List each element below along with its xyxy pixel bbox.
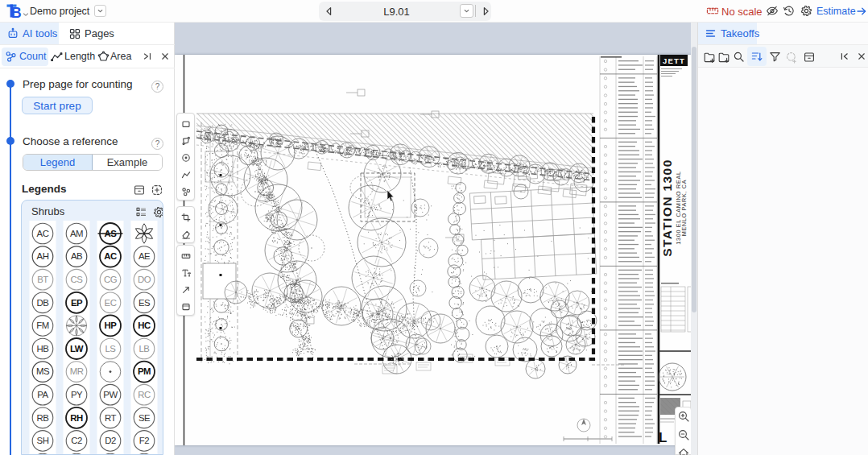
svg-text:RT: RT: [105, 413, 117, 423]
svg-text:AH: AH: [37, 251, 49, 261]
svg-text:AC: AC: [37, 229, 49, 238]
svg-text:DO: DO: [138, 275, 151, 284]
svg-text:D2: D2: [105, 436, 116, 445]
svg-text:SE: SE: [138, 413, 151, 423]
svg-text:JETT: JETT: [663, 56, 685, 65]
svg-text:HC: HC: [138, 321, 151, 330]
svg-text:EC: EC: [105, 298, 117, 308]
svg-text:RB: RB: [37, 413, 49, 423]
svg-text:HP: HP: [105, 321, 118, 330]
svg-text:ES: ES: [138, 298, 151, 308]
svg-text:B: B: [11, 5, 22, 21]
svg-text:PW: PW: [103, 390, 118, 399]
svg-text:LB: LB: [139, 344, 150, 354]
svg-text:MS: MS: [36, 366, 50, 376]
svg-text:F2: F2: [139, 436, 149, 445]
svg-text:AE: AE: [138, 251, 151, 261]
svg-text:CG: CG: [104, 275, 118, 284]
svg-text:C2: C2: [71, 436, 82, 445]
svg-text:MENLO PARK, CA: MENLO PARK, CA: [680, 180, 688, 236]
svg-text:HB: HB: [37, 344, 49, 354]
svg-text:CS: CS: [71, 275, 84, 284]
svg-text:RH: RH: [70, 413, 83, 423]
svg-text:SH: SH: [37, 436, 49, 445]
svg-text:PM: PM: [138, 366, 151, 376]
svg-text:L: L: [659, 430, 667, 445]
svg-text:STATION 1300: STATION 1300: [660, 159, 674, 256]
svg-text:LS: LS: [105, 344, 117, 354]
svg-text:AB: AB: [71, 251, 82, 261]
svg-text:BT: BT: [37, 275, 48, 284]
svg-text:DB: DB: [37, 298, 49, 308]
svg-text:RC: RC: [138, 390, 151, 399]
svg-text:PY: PY: [71, 390, 83, 399]
svg-text:LW: LW: [70, 344, 84, 354]
svg-text:MR: MR: [70, 366, 84, 376]
svg-text:EP: EP: [71, 298, 83, 308]
svg-text:FM: FM: [36, 321, 48, 330]
svg-text:AM: AM: [70, 229, 83, 238]
svg-text:AC: AC: [104, 251, 117, 261]
svg-text:PA: PA: [37, 390, 48, 399]
